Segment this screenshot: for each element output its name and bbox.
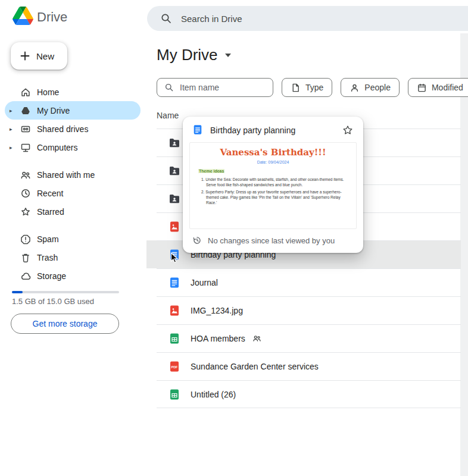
file-name: Untitled (26)	[191, 390, 236, 399]
shared-folder-icon	[169, 165, 180, 177]
table-row[interactable]: PDF Sundance Garden Center services	[146, 352, 461, 380]
no-changes-status: No changes since last viewed by you	[208, 236, 335, 245]
pdf-file-icon: PDF	[169, 361, 180, 372]
search-icon	[164, 83, 174, 92]
new-button[interactable]: New	[11, 42, 67, 70]
people-filter-chip[interactable]: People	[341, 78, 400, 97]
sidebar-item-home[interactable]: Home	[5, 83, 141, 101]
sidebar-item-recent[interactable]: Recent	[5, 184, 141, 202]
my-drive-icon	[20, 105, 31, 116]
recent-icon	[20, 188, 31, 199]
sidebar-item-starred[interactable]: Starred	[5, 202, 141, 221]
home-icon	[20, 87, 31, 98]
search-input[interactable]: Search in Drive	[147, 6, 468, 31]
sidebar-item-label: Storage	[37, 271, 66, 281]
mouse-cursor	[170, 252, 179, 266]
file-name: Sundance Garden Center services	[191, 362, 319, 371]
sheets-file-icon	[169, 389, 180, 400]
chevron-right-icon[interactable]: ▸	[10, 108, 20, 114]
computers-icon	[20, 142, 31, 153]
modified-filter-chip[interactable]: Modified	[408, 78, 468, 97]
storage-progress-fill	[12, 291, 23, 293]
preview-card-footer: No changes since last viewed by you	[183, 229, 363, 253]
shared-with-me-icon	[20, 170, 31, 180]
storage-cloud-icon	[20, 271, 31, 281]
search-placeholder: Search in Drive	[181, 14, 242, 24]
docs-file-icon	[192, 124, 204, 136]
preview-card-header: Birthday party planning	[183, 117, 363, 142]
document-thumbnail[interactable]: Vanessa's Birthday!!! Date: 09/04/2024 T…	[189, 142, 357, 229]
new-button-label: New	[36, 51, 54, 61]
preview-card-title: Birthday party planning	[210, 126, 336, 135]
starred-icon	[20, 206, 31, 217]
sidebar-item-label: Shared drives	[37, 124, 88, 134]
page-title[interactable]: My Drive	[157, 46, 232, 64]
star-outline-icon[interactable]	[342, 124, 354, 136]
file-preview-card: Birthday party planning Vanessa's Birthd…	[183, 117, 363, 253]
sidebar-item-computers[interactable]: ▸ Computers	[5, 138, 141, 156]
storage-progress-bar	[12, 291, 119, 293]
doc-list-item: 1. Under the Sea: Decorate with seashell…	[206, 177, 346, 187]
page-title-text: My Drive	[157, 46, 218, 64]
trash-icon	[20, 252, 31, 263]
chip-label: Type	[305, 83, 323, 92]
storage-usage-text: 1.5 GB of 15.0 GB used	[12, 297, 94, 306]
caret-down-icon[interactable]	[224, 53, 232, 58]
drive-logo-icon	[13, 7, 33, 27]
chip-label: Modified	[432, 83, 463, 92]
person-icon	[350, 83, 360, 93]
scrollbar-gutter[interactable]	[460, 33, 468, 476]
sidebar-item-spam[interactable]: Spam	[5, 230, 141, 248]
item-name-placeholder: Item name	[180, 83, 219, 92]
shared-folder-icon	[169, 193, 180, 205]
image-file-icon	[169, 221, 180, 233]
sidebar-item-label: Recent	[37, 189, 63, 198]
doc-heading: Vanessa's Birthday!!!	[195, 147, 351, 158]
svg-text:PDF: PDF	[171, 365, 178, 368]
sidebar-item-label: Computers	[37, 143, 77, 152]
table-row[interactable]: HOA members	[146, 324, 461, 352]
chevron-right-icon[interactable]: ▸	[10, 126, 20, 132]
sheets-file-icon	[169, 333, 180, 345]
sidebar-item-label: My Drive	[37, 106, 70, 115]
sidebar-item-shared-drives[interactable]: ▸ Shared drives	[5, 120, 141, 138]
shared-folder-icon	[169, 137, 180, 149]
sidebar-item-shared-with-me[interactable]: Shared with me	[5, 165, 141, 184]
image-file-icon	[169, 305, 180, 317]
spam-icon	[20, 234, 31, 245]
plus-icon	[20, 51, 30, 61]
table-row[interactable]: Journal	[146, 268, 461, 296]
drive-window: Drive Search in Drive New Home ▸ My Driv…	[0, 0, 468, 476]
column-header-name[interactable]: Name	[157, 111, 179, 120]
docs-file-icon	[169, 277, 180, 289]
sidebar-item-my-drive[interactable]: ▸ My Drive	[5, 101, 141, 120]
history-icon	[192, 236, 202, 245]
chip-label: People	[364, 83, 391, 92]
table-row[interactable]: IMG_1234.jpg	[146, 296, 461, 324]
sidebar-item-label: Trash	[37, 253, 58, 262]
sidebar-item-label: Starred	[37, 207, 64, 217]
doc-list-item: 2. Superhero Party: Dress up as your fav…	[206, 189, 346, 205]
sidebar-nav: Home ▸ My Drive ▸ Shared drives ▸ Comput…	[5, 83, 141, 285]
file-icon	[291, 83, 301, 93]
file-name: IMG_1234.jpg	[191, 306, 243, 315]
app-title: Drive	[37, 10, 67, 25]
calendar-icon	[417, 83, 427, 93]
sidebar-item-storage[interactable]: Storage	[5, 267, 141, 285]
shared-people-icon	[252, 334, 261, 343]
type-filter-chip[interactable]: Type	[282, 78, 332, 97]
sidebar-item-label: Spam	[37, 234, 59, 244]
chevron-right-icon[interactable]: ▸	[10, 145, 20, 151]
table-row[interactable]: Untitled (26)	[146, 380, 461, 408]
shared-drives-icon	[20, 124, 31, 134]
sidebar-item-trash[interactable]: Trash	[5, 248, 141, 267]
nav-group-gap	[5, 156, 141, 165]
sidebar-item-label: Shared with me	[37, 170, 95, 180]
item-name-filter-input[interactable]: Item name	[157, 78, 273, 97]
sidebar-item-label: Home	[37, 87, 59, 97]
file-name: Journal	[191, 278, 218, 287]
get-more-storage-button[interactable]: Get more storage	[11, 314, 119, 334]
filter-bar: Item name Type People Modified	[157, 78, 468, 97]
nav-group-gap	[5, 221, 141, 230]
search-icon	[160, 12, 172, 24]
